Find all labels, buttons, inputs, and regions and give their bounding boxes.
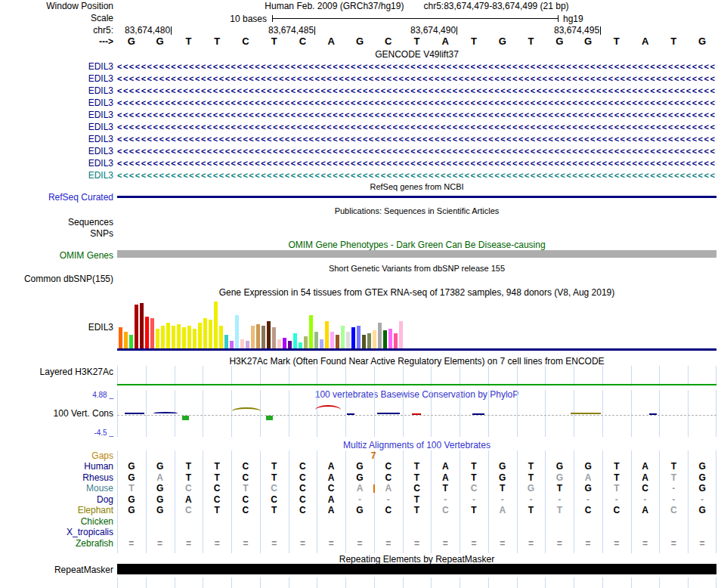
species-label-chicken[interactable]: Chicken — [0, 517, 113, 527]
track-label-gencode-transcript[interactable]: EDIL3 — [0, 147, 113, 156]
gtex-tissue-bar[interactable] — [198, 323, 202, 348]
gtex-tissue-bar[interactable] — [166, 323, 170, 348]
gtex-tissue-bar[interactable] — [156, 329, 159, 348]
gencode-transcript[interactable]: <<<<<<<<<<<<<<<<<<<<<<<<<<<<<<<<<<<<<<<<… — [117, 171, 716, 181]
gtex-tissue-bar[interactable] — [161, 326, 165, 348]
gtex-tissue-bar[interactable] — [304, 336, 308, 348]
track-label-gencode-transcript[interactable]: EDIL3 — [0, 122, 113, 132]
gencode-transcript[interactable]: <<<<<<<<<<<<<<<<<<<<<<<<<<<<<<<<<<<<<<<<… — [117, 159, 716, 169]
species-label-human[interactable]: Human — [0, 462, 113, 472]
omim-gene-bar[interactable] — [117, 250, 716, 258]
track-label-sequences[interactable]: Sequences — [0, 218, 113, 227]
gtex-tissue-bar[interactable] — [336, 335, 339, 348]
gencode-transcript[interactable]: <<<<<<<<<<<<<<<<<<<<<<<<<<<<<<<<<<<<<<<<… — [117, 62, 716, 72]
track-label-common-dbsnp[interactable]: Common dbSNP(155) — [0, 274, 113, 284]
gtex-tissue-bar[interactable] — [230, 341, 234, 348]
gtex-tissue-bar[interactable] — [277, 339, 281, 348]
track-label-gaps[interactable]: Gaps — [0, 451, 113, 461]
species-label-mouse[interactable]: Mouse — [0, 484, 113, 494]
track-label-100-vert-cons[interactable]: 100 Vert. Cons — [0, 409, 113, 419]
gtex-tissue-bar[interactable] — [341, 326, 345, 348]
alignment-base: T — [659, 462, 688, 472]
track-label-gencode-transcript[interactable]: EDIL3 — [0, 110, 113, 120]
gtex-tissue-bar[interactable] — [314, 332, 318, 348]
gtex-tissue-bar[interactable] — [203, 318, 207, 348]
gtex-tissue-bar[interactable] — [367, 333, 371, 348]
track-label-layered-h3k27ac[interactable]: Layered H3K27Ac — [0, 367, 113, 377]
gtex-tissue-bar[interactable] — [320, 339, 323, 348]
gencode-transcript[interactable]: <<<<<<<<<<<<<<<<<<<<<<<<<<<<<<<<<<<<<<<<… — [117, 147, 716, 156]
gencode-transcript[interactable]: <<<<<<<<<<<<<<<<<<<<<<<<<<<<<<<<<<<<<<<<… — [117, 110, 716, 120]
gencode-transcript[interactable]: <<<<<<<<<<<<<<<<<<<<<<<<<<<<<<<<<<<<<<<<… — [117, 86, 716, 96]
track-label-gencode-transcript[interactable]: EDIL3 — [0, 159, 113, 169]
gtex-tissue-bar[interactable] — [145, 317, 149, 348]
gtex-tissue-bar[interactable] — [325, 321, 329, 348]
species-label-zebrafish[interactable]: Zebrafish — [0, 539, 113, 549]
gtex-tissue-bar[interactable] — [235, 315, 239, 348]
gtex-tissue-bar[interactable] — [383, 330, 387, 348]
gtex-tissue-bar[interactable] — [219, 326, 223, 348]
track-label-refseq-curated[interactable]: RefSeq Curated — [0, 193, 113, 203]
species-label-elephant[interactable]: Elephant — [0, 506, 113, 515]
gtex-tissue-bar[interactable] — [177, 324, 181, 348]
track-label-gencode-transcript[interactable]: EDIL3 — [0, 86, 113, 96]
gencode-transcript[interactable]: <<<<<<<<<<<<<<<<<<<<<<<<<<<<<<<<<<<<<<<<… — [117, 135, 716, 144]
gtex-tissue-bar[interactable] — [293, 333, 297, 348]
gtex-tissue-bar[interactable] — [394, 333, 398, 348]
column-gridline — [716, 366, 716, 386]
gtex-tissue-bar[interactable] — [172, 326, 175, 348]
gtex-tissue-bar[interactable] — [309, 315, 313, 348]
track-label-gencode-transcript[interactable]: EDIL3 — [0, 98, 113, 108]
track-label-snps[interactable]: SNPs — [0, 229, 113, 239]
gencode-transcript[interactable]: <<<<<<<<<<<<<<<<<<<<<<<<<<<<<<<<<<<<<<<<… — [117, 74, 716, 84]
gtex-tissue-bar[interactable] — [330, 332, 334, 348]
gtex-tissue-bar[interactable] — [209, 320, 212, 348]
track-label-gencode-transcript[interactable]: EDIL3 — [0, 74, 113, 84]
column-gridline — [602, 577, 603, 588]
gtex-tissue-bar[interactable] — [267, 321, 271, 348]
gtex-tissue-bar[interactable] — [124, 332, 128, 348]
gtex-tissue-bar[interactable] — [283, 338, 286, 348]
gtex-tissue-bar[interactable] — [135, 305, 138, 348]
species-label-rhesus[interactable]: Rhesus — [0, 473, 113, 483]
gencode-transcript[interactable]: <<<<<<<<<<<<<<<<<<<<<<<<<<<<<<<<<<<<<<<<… — [117, 98, 716, 108]
gtex-tissue-bar[interactable] — [262, 326, 265, 348]
strand-direction-label[interactable]: ---> — [0, 37, 113, 47]
gtex-tissue-bar[interactable] — [150, 318, 154, 348]
gtex-tissue-bar[interactable] — [299, 342, 302, 348]
gtex-tissue-bar[interactable] — [351, 327, 355, 348]
track-label-omim-genes[interactable]: OMIM Genes — [0, 251, 113, 261]
gtex-tissue-bar[interactable] — [399, 321, 403, 348]
gtex-tissue-bar[interactable] — [214, 302, 218, 348]
gtex-tissue-bar[interactable] — [187, 326, 191, 348]
h3k27ac-signal-line[interactable] — [117, 384, 716, 385]
gtex-tissue-bar[interactable] — [388, 329, 392, 348]
species-label-dog[interactable]: Dog — [0, 495, 113, 505]
gtex-tissue-bar[interactable] — [119, 327, 122, 348]
gtex-tissue-bar[interactable] — [256, 324, 260, 348]
gtex-tissue-bar[interactable] — [240, 339, 244, 348]
track-label-repeatmasker[interactable]: RepeatMasker — [0, 565, 113, 575]
gtex-tissue-bar[interactable] — [251, 326, 255, 348]
track-label-gencode-transcript[interactable]: EDIL3 — [0, 171, 113, 181]
gtex-tissue-bar[interactable] — [288, 341, 292, 348]
gtex-tissue-bar[interactable] — [224, 335, 228, 348]
gtex-tissue-bar[interactable] — [357, 326, 361, 348]
refseq-curated-gene-bar[interactable] — [117, 196, 716, 198]
species-label-x_tropicalis[interactable]: X_tropicalis — [0, 528, 113, 537]
repeatmasker-element-bar[interactable] — [117, 564, 716, 574]
track-label-gencode-transcript[interactable]: EDIL3 — [0, 62, 113, 72]
track-label-gtex-gene[interactable]: EDIL3 — [0, 323, 113, 333]
gtex-tissue-bar[interactable] — [272, 327, 276, 348]
gtex-tissue-bar[interactable] — [373, 330, 376, 348]
gtex-tissue-bar[interactable] — [193, 329, 197, 348]
gtex-tissue-bar[interactable] — [246, 341, 249, 348]
gtex-tissue-bar[interactable] — [378, 323, 382, 348]
gtex-tissue-bar[interactable] — [346, 332, 350, 348]
gtex-tissue-bar[interactable] — [182, 327, 186, 348]
gtex-tissue-bar[interactable] — [362, 335, 366, 348]
track-label-gencode-transcript[interactable]: EDIL3 — [0, 135, 113, 144]
gtex-tissue-bar[interactable] — [129, 335, 133, 348]
gtex-tissue-bar[interactable] — [140, 303, 144, 348]
gencode-transcript[interactable]: <<<<<<<<<<<<<<<<<<<<<<<<<<<<<<<<<<<<<<<<… — [117, 122, 716, 132]
